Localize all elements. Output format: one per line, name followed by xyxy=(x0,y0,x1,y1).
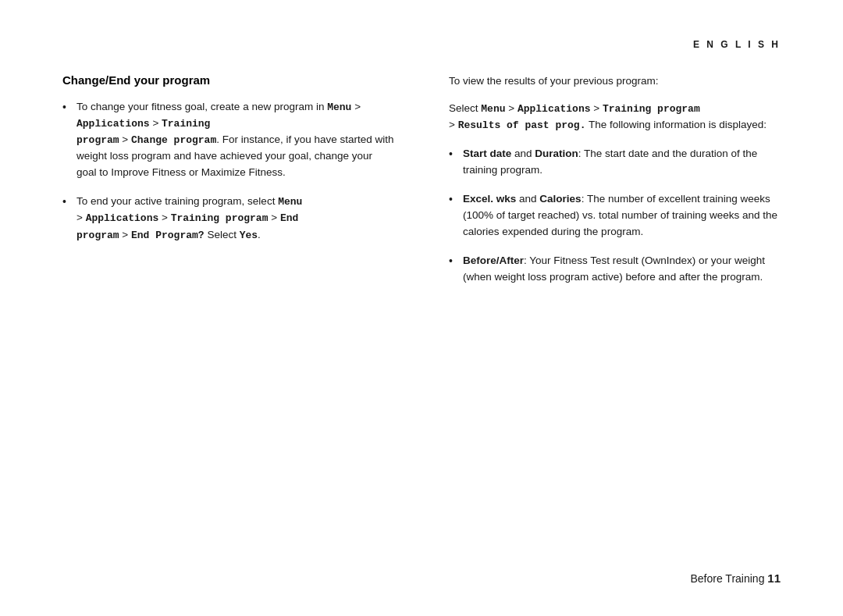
bullet-list-right: Start date and Duration: The start date … xyxy=(449,146,781,285)
results-mono: Results of past prog. xyxy=(458,119,586,131)
applications-mono2: Applications xyxy=(86,212,159,224)
select-path: Select Menu > Applications > Training pr… xyxy=(449,101,781,134)
list-item: Excel. wks and Calories: The number of e… xyxy=(449,191,781,240)
start-date-term: Start date xyxy=(463,148,511,159)
text-node: The following information is displayed: xyxy=(585,119,767,130)
text-node: To change your fitness goal, create a ne… xyxy=(76,101,327,112)
end-program-q-mono: End Program? xyxy=(131,230,205,241)
page-number: 11 xyxy=(767,571,781,585)
before-after-term: Before/After xyxy=(463,255,524,266)
text-node: > xyxy=(351,101,361,112)
language-label: E N G L I S H xyxy=(693,39,781,50)
bullet-list-left: To change your fitness goal, create a ne… xyxy=(62,99,394,244)
right-column: To view the results of your previous pro… xyxy=(441,73,781,298)
text-node: Select xyxy=(205,229,240,240)
change-program-mono: Change program xyxy=(131,134,216,146)
content-area: Change/End your program To change your f… xyxy=(62,73,781,298)
yes-mono: Yes xyxy=(240,230,258,241)
text-node: > xyxy=(158,212,170,223)
page-header: E N G L I S H xyxy=(62,39,781,50)
menu-mono-r: Menu xyxy=(481,103,505,115)
text-node: and xyxy=(516,193,539,205)
menu-mono2: Menu xyxy=(278,196,302,208)
footer-label: Before Training xyxy=(690,572,764,585)
page-footer: Before Training 11 xyxy=(690,571,781,585)
text-node: > xyxy=(591,102,603,114)
text-node: To end your active training program, sel… xyxy=(76,195,278,207)
excel-wks-term: Excel. wks xyxy=(463,193,516,205)
text-node: > xyxy=(449,119,458,130)
applications-mono: Applications xyxy=(76,118,150,130)
text-node: > xyxy=(506,102,518,114)
text-node: > xyxy=(268,212,279,223)
text-node: > xyxy=(150,117,162,129)
menu-mono: Menu xyxy=(327,101,351,113)
text-node: and xyxy=(511,148,535,159)
text-node: > xyxy=(76,212,86,223)
list-item: Start date and Duration: The start date … xyxy=(449,146,781,179)
left-column: Change/End your program To change your f… xyxy=(62,73,410,298)
calories-term: Calories xyxy=(539,193,581,205)
duration-term: Duration xyxy=(535,148,578,159)
text-node: Select xyxy=(449,102,481,114)
applications-mono-r: Applications xyxy=(518,103,591,115)
list-item: To end your active training program, sel… xyxy=(62,194,394,243)
text-node: . xyxy=(258,229,261,240)
list-item: To change your fitness goal, create a ne… xyxy=(62,99,394,181)
training-program-mono2: Training program xyxy=(171,212,269,224)
section-title: Change/End your program xyxy=(62,73,394,87)
text-node: > xyxy=(119,134,131,145)
text-node: > xyxy=(119,229,131,240)
page: E N G L I S H Change/End your program To… xyxy=(0,0,843,616)
training-program-mono-r: Training program xyxy=(603,103,700,115)
list-item: Before/After: Your Fitness Test result (… xyxy=(449,253,781,286)
right-intro: To view the results of your previous pro… xyxy=(449,73,781,90)
